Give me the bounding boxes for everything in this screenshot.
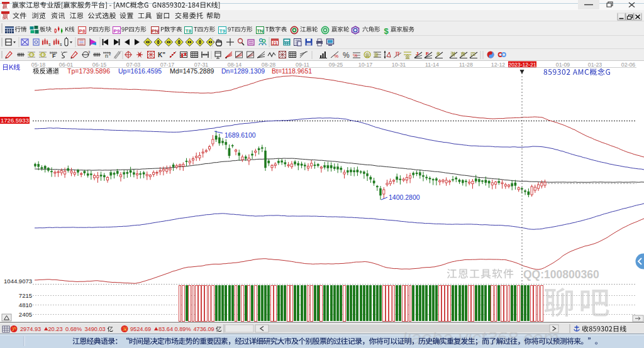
- svg-text:K": K": [158, 52, 165, 58]
- svg-text:J: J: [416, 51, 418, 57]
- svg-text:4736.09: 4736.09: [194, 326, 214, 332]
- svg-text:11-28: 11-28: [459, 62, 473, 68]
- svg-text:4810: 4810: [19, 302, 32, 308]
- svg-text:09-25: 09-25: [329, 62, 343, 68]
- svg-text:11-14: 11-14: [425, 62, 439, 68]
- svg-text:05-18: 05-18: [31, 62, 46, 68]
- svg-text:Up=1616.4595: Up=1616.4595: [118, 67, 162, 75]
- svg-text:$: $: [384, 26, 389, 36]
- svg-text:Md=1475.2889: Md=1475.2889: [170, 67, 214, 75]
- svg-text:%: %: [353, 53, 357, 58]
- svg-text:s: s: [60, 42, 62, 46]
- svg-text:%: %: [334, 53, 338, 59]
- svg-text:20.23: 20.23: [48, 326, 63, 332]
- svg-text:12-12: 12-12: [491, 62, 506, 68]
- svg-text:1400.2800: 1400.2800: [389, 193, 420, 201]
- svg-text:02-06: 02-06: [621, 62, 636, 68]
- svg-text:2023-12-21: 2023-12-21: [509, 62, 536, 68]
- svg-text:Bt=1118.9651: Bt=1118.9651: [272, 67, 312, 75]
- svg-text:0.89%: 0.89%: [175, 326, 191, 332]
- svg-text:10-17: 10-17: [358, 62, 373, 68]
- svg-text:F: F: [426, 51, 429, 57]
- svg-text:1044.9073: 1044.9073: [4, 278, 32, 285]
- svg-text:1726.5933: 1726.5933: [1, 117, 29, 124]
- svg-text:2405: 2405: [19, 311, 32, 318]
- svg-text:01-23: 01-23: [588, 62, 602, 68]
- svg-text:83.64: 83.64: [158, 326, 173, 332]
- svg-text:QQ:100800360: QQ:100800360: [523, 268, 599, 281]
- svg-text:10-31: 10-31: [392, 62, 406, 68]
- svg-text:s: s: [48, 42, 51, 46]
- svg-text:P8: P8: [79, 28, 86, 34]
- svg-text:PN: PN: [152, 28, 158, 34]
- svg-text:01-09: 01-09: [556, 62, 570, 68]
- svg-text:T9: T9: [219, 28, 226, 34]
- svg-text:0.68%: 0.68%: [65, 326, 82, 332]
- svg-text:2974.93: 2974.93: [20, 326, 41, 332]
- svg-text:TN: TN: [257, 28, 264, 34]
- svg-text:P9: P9: [114, 28, 120, 34]
- svg-text:T8: T8: [186, 28, 192, 34]
- svg-text:21: 21: [272, 41, 277, 45]
- svg-text:Dn=1289.1309: Dn=1289.1309: [221, 67, 265, 75]
- svg-text:%: %: [343, 51, 350, 60]
- svg-text:3490.03: 3490.03: [85, 326, 106, 332]
- svg-text:9524.69: 9524.69: [130, 326, 151, 332]
- svg-text:7215: 7215: [19, 292, 32, 299]
- svg-text:1689.6100: 1689.6100: [225, 131, 256, 139]
- svg-text:Tp=1739.5896: Tp=1739.5896: [67, 67, 110, 75]
